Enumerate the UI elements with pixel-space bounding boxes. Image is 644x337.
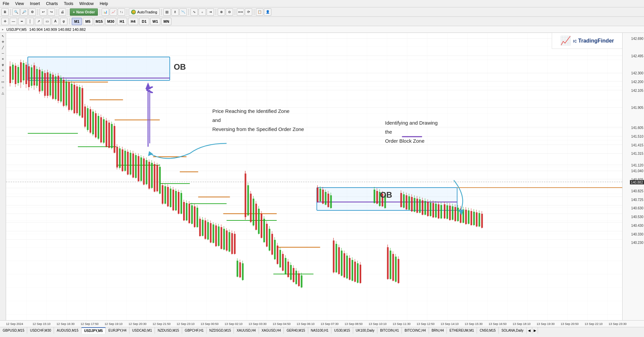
tf-h1[interactable]: H1 [117,18,127,25]
menu-tools[interactable]: Tools [63,1,75,7]
tsep1 [69,18,70,24]
chart-type-bar[interactable]: ▤ [163,8,171,16]
indicator-btn[interactable]: ∿ [191,8,198,16]
tab-nas100-h1[interactable]: NAS100,H1 [308,327,332,334]
auto-trading-button[interactable]: 😊 AutoTrading [129,8,160,16]
tf-d1[interactable]: D1 [139,18,149,25]
tf-h4[interactable]: H4 [128,18,138,25]
triangle-tool[interactable]: △ [0,90,6,96]
rect-btn[interactable]: ▭ [43,18,51,25]
menu-help[interactable]: Help [98,1,109,7]
channel-tool[interactable]: ≡ [0,56,6,62]
tab-usdcad-m1[interactable]: USDCAD,M1 [129,327,155,334]
new-order-label: New Order [76,10,95,14]
time-label-18: 13 Sep 14:10 [441,322,459,326]
text-btn[interactable]: A [52,18,59,25]
hline-tool[interactable]: ─ [0,51,6,56]
profile-btn[interactable]: 👤 [264,8,271,16]
price-label-142105: 142.105 [631,88,643,92]
tab-gbpchf-h1[interactable]: GBPCHF,H1 [182,327,207,334]
chart-type-line[interactable]: 📉 [179,8,187,16]
toolbar-btn2[interactable]: 📈 [110,8,117,16]
template-btn[interactable]: 📋 [256,8,263,16]
tab-brn-h4[interactable]: BRN,H4 [429,327,447,334]
period-sep-btn[interactable]: ⬦ [199,8,206,16]
zoom-in-btn[interactable]: 🔍 [12,8,20,16]
cursor-tool[interactable]: ↖ [0,33,6,39]
menu-window[interactable]: Window [78,1,95,7]
redo-btn[interactable]: ↪ [48,8,55,16]
tf-m1[interactable]: M1 [72,18,82,25]
autoscroll-btn[interactable]: ⟳ [245,8,252,16]
shift-btn[interactable]: ⇥ [207,8,214,16]
line-tool[interactable]: ╱ [0,45,6,50]
vline-btn[interactable]: │ [26,18,34,25]
crosshair-btn[interactable]: ✛ [1,18,9,25]
price-label-140825: 140.825 [631,189,643,193]
tab-ger40-m15[interactable]: GER40,M15 [284,327,308,334]
tab-audusd-m15[interactable]: AUDUSD,M15 [54,327,81,334]
tab-next[interactable]: ▶ [532,327,538,334]
svg-rect-172 [183,202,185,220]
rect-tool[interactable]: ▭ [0,79,6,84]
new-order-button[interactable]: + New Order [70,8,98,16]
menu-file[interactable]: File [1,1,10,7]
tab-gbpusd-m15[interactable]: GBPUSD,M15 [0,327,27,334]
tab-cn50-m15[interactable]: CN50,M15 [477,327,499,334]
price-label-141905: 141.905 [631,106,643,110]
svg-rect-174 [186,203,187,220]
tab-usdchf-m30[interactable]: USDCHF,M30 [27,327,54,334]
text-tool[interactable]: A [0,68,6,73]
tab-xauusd-h4[interactable]: XAUUSD,H4 [234,327,259,334]
fib-tool[interactable]: φ [0,62,6,67]
tf-m15[interactable]: M15 [94,18,104,25]
toolbar-btn1[interactable]: 📊 [102,8,109,16]
menu-charts[interactable]: Charts [45,1,59,7]
undo-btn[interactable]: ↩ [40,8,47,16]
tab-nzdsgd-m15[interactable]: NZDSGD,M15 [207,327,234,334]
tab-eurjpy-h4[interactable]: EURJPY,H4 [106,327,129,334]
tf-w1[interactable]: W1 [150,18,160,25]
fib-btn[interactable]: φ [60,18,67,25]
svg-rect-376 [481,214,483,228]
tab-ethereum-m1[interactable]: ETHEREUM,M1 [447,327,477,334]
zoom-out2-btn[interactable]: ⊖ [226,8,233,16]
svg-rect-166 [175,191,177,210]
tf-m30[interactable]: M30 [105,18,116,25]
tab-bitcoinc-h4[interactable]: BITCOINC,H4 [402,327,429,334]
new-chart-btn[interactable]: 🗎 [1,8,9,16]
trendline-btn[interactable]: ↗ [35,18,42,25]
tab-nzdusd-m15[interactable]: NZDUSD,M15 [155,327,182,334]
arrow-tool[interactable]: → [0,73,6,79]
tab-usdjpy-m5[interactable]: USDJPY,M5 [82,327,106,334]
time-label-8: 13 Sep 00:50 [201,322,219,326]
print-btn[interactable]: 🖨 [59,8,66,16]
chart-type-candle[interactable]: 🕯 [171,8,179,16]
tf-mn[interactable]: MN [161,18,171,25]
chart-area[interactable]: OB OB Price Reaching the Identified Zone… [6,33,622,320]
tab-bitcoin-h1[interactable]: BITCOIN,H1 [377,327,402,334]
menu-insert[interactable]: Insert [29,1,41,7]
tab-solana-daily[interactable]: SOLANA,Daily [499,327,527,334]
ellipse-tool[interactable]: ○ [0,85,6,90]
svg-rect-288 [352,260,353,281]
price-label-141605: 141.605 [631,126,643,130]
crosshair-tool[interactable]: ✛ [0,39,6,45]
zoom-in2-btn[interactable]: ⊕ [218,8,225,16]
line-btn[interactable]: — [10,18,17,25]
menu-view[interactable]: View [14,1,25,7]
annotation-left-line2: and [212,116,304,125]
price-label-140725: 140.725 [631,198,643,201]
tf-m5[interactable]: M5 [83,18,93,25]
zoom-out-btn[interactable]: 🔎 [20,8,28,16]
hline-btn[interactable]: ━ [18,18,25,25]
tab-us30-m15[interactable]: US30,M15 [331,327,353,334]
tab-xagusd-h4[interactable]: XAGUSD,H4 [259,327,284,334]
tab-prev[interactable]: ◀ [527,327,532,334]
toolbar-btn3[interactable]: ↑↓ [118,8,125,16]
scroll-btn[interactable]: ⟺ [237,8,244,16]
tab-uk100-daily[interactable]: UK100,Daily [353,327,378,334]
logo-text: IC TradingFinder [573,38,614,44]
properties-btn[interactable]: ⚙ [29,8,36,16]
main-toolbar: 🗎 🔍 🔎 ⚙ ↩ ↪ 🖨 + New Order 📊 📈 ↑↓ 😊 AutoT… [0,7,644,17]
